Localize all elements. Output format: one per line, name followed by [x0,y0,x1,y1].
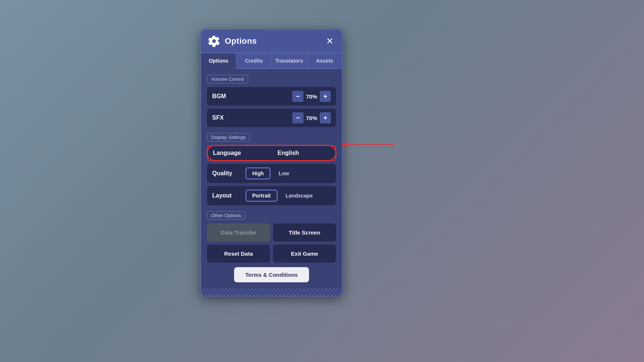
sfx-increase-button[interactable]: + [320,112,331,123]
quality-high-button[interactable]: High [246,167,270,179]
arrow-line [346,144,395,145]
bgm-increase-button[interactable]: + [320,91,331,102]
dialog-title: Options [225,36,257,46]
dialog-title-left: Options [208,35,257,47]
gear-icon [208,35,220,47]
quality-label: Quality [212,170,246,177]
annotation-arrow [341,142,395,147]
arrow-head [341,142,346,147]
bgm-label: BGM [212,93,292,100]
dialog-footer-checker [201,288,342,296]
display-section-label: Display Settings [207,133,250,142]
title-screen-button[interactable]: Title Screen [273,223,336,242]
volume-section-label: Volume Control [207,75,248,83]
tab-translators[interactable]: Translators [272,53,307,68]
language-label: Language [213,150,246,156]
exit-game-button[interactable]: Exit Game [273,245,336,263]
bgm-decrease-button[interactable]: − [292,91,303,102]
dialog-body: Volume Control BGM − 70% + SFX − 70% + D… [201,69,342,288]
display-section: Display Settings Language English Qualit… [207,133,336,205]
layout-row: Layout Portrait Landscape [207,186,336,205]
quality-low-button[interactable]: Low [272,167,296,179]
layout-portrait-button[interactable]: Portrait [246,190,277,202]
tab-options[interactable]: Options [201,53,236,69]
bgm-row: BGM − 70% + [207,87,336,106]
quality-toggle-group: High Low [246,167,296,179]
sfx-value: 70% [303,115,320,121]
tab-credits[interactable]: Credits [236,53,272,68]
bgm-value: 70% [303,93,320,100]
sfx-row: SFX − 70% + [207,109,336,127]
layout-landscape-button[interactable]: Landscape [279,190,319,202]
language-value: English [246,150,330,156]
other-options-grid: Data Transfer Title Screen Reset Data Ex… [207,223,336,263]
language-row[interactable]: Language English [207,145,336,161]
other-section-label: Other Options [207,211,245,220]
sfx-label: SFX [212,114,292,121]
dialog-titlebar: Options ✕ [201,30,342,53]
layout-toggle-group: Portrait Landscape [246,190,319,202]
tabs-bar: Options Credits Translators Assets [201,53,342,69]
data-transfer-button[interactable]: Data Transfer [207,223,270,242]
options-dialog: Options ✕ Options Credits Translators As… [200,29,343,296]
tab-assets[interactable]: Assets [307,53,342,68]
reset-data-button[interactable]: Reset Data [207,245,270,263]
sfx-decrease-button[interactable]: − [292,112,303,123]
close-button[interactable]: ✕ [324,36,335,47]
terms-button[interactable]: Terms & Conditions [234,267,309,282]
terms-row: Terms & Conditions [207,267,336,282]
layout-label: Layout [212,192,246,199]
quality-row: Quality High Low [207,164,336,183]
other-section: Other Options Data Transfer Title Screen… [207,211,336,263]
